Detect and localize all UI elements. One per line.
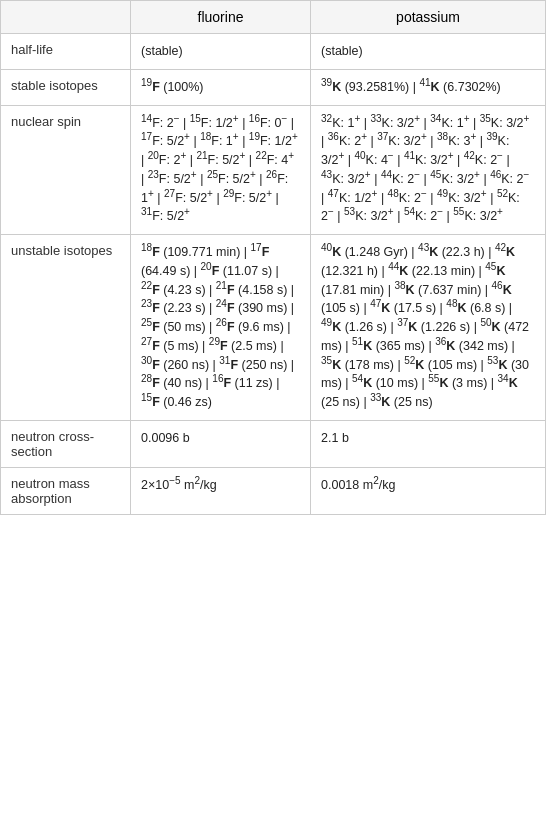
header-potassium: potassium xyxy=(311,1,546,34)
potassium-cell-5: 0.0018 m2/kg xyxy=(311,467,546,514)
fluorine-cell-5: 2×10−5 m2/kg xyxy=(131,467,311,514)
potassium-cell-0: (stable) xyxy=(311,34,546,70)
fluorine-cell-0: (stable) xyxy=(131,34,311,70)
potassium-cell-2: 32K: 1+ | 33K: 3/2+ | 34K: 1+ | 35K: 3/2… xyxy=(311,105,546,235)
row-label-3: unstable isotopes xyxy=(1,235,131,421)
fluorine-cell-2: 14F: 2− | 15F: 1/2+ | 16F: 0− | 17F: 5/2… xyxy=(131,105,311,235)
row-label-2: nuclear spin xyxy=(1,105,131,235)
fluorine-cell-4: 0.0096 b xyxy=(131,420,311,467)
row-label-4: neutron cross-section xyxy=(1,420,131,467)
fluorine-cell-1: 19F (100%) xyxy=(131,69,311,105)
row-label-0: half-life xyxy=(1,34,131,70)
fluorine-cell-3: 18F (109.771 min) | 17F (64.49 s) | 20F … xyxy=(131,235,311,421)
header-fluorine: fluorine xyxy=(131,1,311,34)
header-empty xyxy=(1,1,131,34)
potassium-cell-4: 2.1 b xyxy=(311,420,546,467)
row-label-5: neutron mass absorption xyxy=(1,467,131,514)
potassium-cell-1: 39K (93.2581%) | 41K (6.7302%) xyxy=(311,69,546,105)
potassium-cell-3: 40K (1.248 Gyr) | 43K (22.3 h) | 42K (12… xyxy=(311,235,546,421)
row-label-1: stable isotopes xyxy=(1,69,131,105)
